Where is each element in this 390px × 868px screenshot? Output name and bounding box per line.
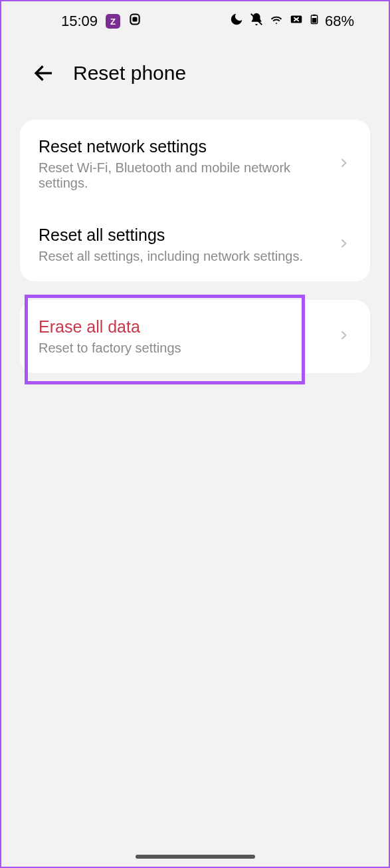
bell-off-icon xyxy=(249,12,264,31)
status-left: 15:09 Z xyxy=(61,12,142,31)
status-bar: 15:09 Z 68% xyxy=(1,1,389,41)
settings-group-1: Reset network settings Reset Wi-Fi, Blue… xyxy=(20,120,370,281)
settings-group-2: Erase all data Reset to factory settings xyxy=(20,300,370,373)
x-box-icon xyxy=(289,12,304,31)
list-item-content: Reset all settings Reset all settings, i… xyxy=(39,225,337,264)
header: Reset phone xyxy=(1,41,389,100)
list-item-title: Erase all data xyxy=(39,317,337,337)
list-item-content: Reset network settings Reset Wi-Fi, Blue… xyxy=(39,137,337,191)
svg-rect-6 xyxy=(313,15,316,16)
page-title: Reset phone xyxy=(73,62,186,84)
content: Reset network settings Reset Wi-Fi, Blue… xyxy=(1,100,389,373)
wifi-icon xyxy=(269,12,284,31)
status-time: 15:09 xyxy=(61,13,98,30)
shield-icon xyxy=(128,12,142,31)
list-item-subtitle: Reset all settings, including network se… xyxy=(39,249,337,264)
erase-all-data-item[interactable]: Erase all data Reset to factory settings xyxy=(20,300,370,373)
list-item-subtitle: Reset Wi-Fi, Bluetooth and mobile networ… xyxy=(39,160,337,191)
chevron-right-icon xyxy=(337,237,350,253)
svg-rect-5 xyxy=(312,18,317,23)
svg-rect-1 xyxy=(134,18,137,21)
status-right: 68% xyxy=(229,12,354,31)
list-item-content: Erase all data Reset to factory settings xyxy=(39,317,337,356)
battery-percent: 68% xyxy=(325,13,354,30)
chevron-right-icon xyxy=(337,156,350,172)
reset-all-settings-item[interactable]: Reset all settings Reset all settings, i… xyxy=(20,208,370,281)
back-arrow-icon xyxy=(32,61,56,85)
app-icon: Z xyxy=(106,14,120,29)
reset-network-settings-item[interactable]: Reset network settings Reset Wi-Fi, Blue… xyxy=(20,120,370,208)
battery-icon xyxy=(309,12,320,31)
list-item-title: Reset network settings xyxy=(39,137,337,156)
home-indicator[interactable] xyxy=(136,855,255,859)
moon-icon xyxy=(229,12,244,31)
chevron-right-icon xyxy=(337,329,350,345)
list-item-subtitle: Reset to factory settings xyxy=(39,341,337,356)
back-button[interactable] xyxy=(31,60,57,86)
list-item-title: Reset all settings xyxy=(39,225,337,245)
